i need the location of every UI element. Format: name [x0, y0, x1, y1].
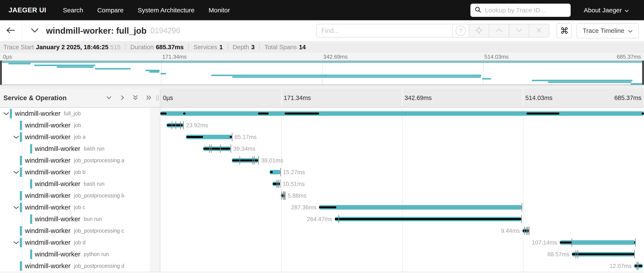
span-name-cell[interactable]: windmill-workerjob d [25, 237, 86, 248]
span-bar[interactable] [166, 123, 184, 128]
log-tick [634, 250, 635, 258]
span-bar-row[interactable]: 5.88ms [160, 190, 644, 202]
nav-item-search[interactable]: Search [63, 6, 83, 14]
clear-find-button[interactable] [529, 24, 549, 38]
span-name-cell[interactable]: windmill-workerjob [25, 120, 81, 131]
span-bar-row[interactable]: 88.57ms [160, 248, 644, 260]
span-name-row[interactable]: windmill-workerjob [0, 120, 160, 131]
span-bar[interactable] [634, 264, 643, 268]
span-name-cell[interactable]: windmill-workerjob_postprocessing c [25, 225, 124, 237]
log-tick [635, 238, 636, 247]
trace-minimap[interactable] [0, 60, 644, 85]
span-name-cell[interactable]: windmill-workerfull_job [15, 108, 81, 120]
span-bar-row[interactable] [160, 108, 644, 120]
span-name-cell[interactable]: windmill-workerjob b [25, 166, 86, 178]
span-name-cell[interactable]: windmill-workerjob_postprocessing d [25, 260, 124, 272]
expand-chevron-icon[interactable] [13, 241, 20, 246]
span-name-row[interactable]: windmill-workerpython run [0, 248, 160, 260]
nav-item-system-architecture[interactable]: System Architecture [138, 6, 194, 14]
service-name: windmill-worker [25, 133, 70, 141]
focus-span-button[interactable] [469, 24, 489, 38]
span-bar[interactable] [335, 217, 522, 221]
expand-chevron-icon[interactable] [13, 206, 20, 210]
span-bar[interactable] [572, 252, 634, 256]
span-name-row[interactable]: windmill-workerjob b [0, 166, 160, 178]
span-name-cell[interactable]: windmill-workerjob_postprocessing a [25, 154, 124, 166]
collapse-all-icon[interactable] [132, 94, 139, 102]
expand-all-icon[interactable] [145, 94, 152, 102]
app-logo[interactable]: JAEGER UI [8, 6, 46, 14]
trace-toolbar: ? ⌘ [316, 23, 639, 38]
span-name-row[interactable]: windmill-workerjob_postprocessing b [0, 190, 160, 202]
minimap-right-handle[interactable] [642, 61, 644, 85]
span-bar-row[interactable]: 65.17ms [160, 131, 644, 143]
span-bar-row[interactable]: 39.34ms [160, 143, 644, 154]
span-name-cell[interactable]: windmill-workerbash run [35, 178, 104, 190]
span-bar-row[interactable]: 9.44ms [160, 225, 644, 237]
span-bar[interactable] [160, 111, 644, 116]
service-name: windmill-worker [25, 227, 70, 235]
span-bar-row[interactable]: 107.14ms [160, 237, 644, 248]
span-bar[interactable] [272, 182, 280, 186]
span-name-row[interactable]: windmill-workerjob a [0, 131, 160, 143]
span-name-row[interactable]: windmill-workerjob_postprocessing c [0, 225, 160, 237]
span-name-row[interactable]: windmill-workerfull_job [0, 108, 160, 120]
expand-chevron-icon[interactable] [3, 112, 10, 116]
minimap-tick-labels: 0µs 171.34ms 342.69ms 514.03ms 685.37ms [0, 53, 644, 60]
span-bar-row[interactable]: 15.27ms [160, 166, 644, 178]
span-bar-row[interactable]: 23.92ms [160, 120, 644, 131]
span-name-cell[interactable]: windmill-workerbash run [35, 143, 104, 154]
span-name-row[interactable]: windmill-workerbash run [0, 178, 160, 190]
about-jaeger-menu[interactable]: About Jaeger [584, 6, 629, 14]
expand-one-icon[interactable] [118, 94, 126, 102]
span-name-row[interactable]: windmill-workerbun run [0, 213, 160, 225]
next-result-button[interactable] [509, 24, 529, 38]
service-name: windmill-worker [25, 239, 70, 246]
span-bar-row[interactable]: 38.01ms [160, 154, 644, 166]
total-spans-value: 14 [299, 44, 306, 51]
span-name-cell[interactable]: windmill-workerpython run [35, 248, 109, 260]
keyboard-shortcuts-button[interactable]: ⌘ [556, 23, 572, 38]
prev-result-button[interactable] [489, 24, 509, 38]
span-name-cell[interactable]: windmill-workerjob_postprocessing b [25, 190, 124, 202]
find-help-button[interactable]: ? [452, 24, 469, 38]
span-name-row[interactable]: windmill-workerbash run [0, 143, 160, 154]
minimap-left-handle[interactable] [0, 61, 2, 85]
span-bar-row[interactable]: 10.51ms [160, 178, 644, 190]
span-bar[interactable] [186, 135, 232, 139]
tick-label: 171.34ms [162, 54, 186, 60]
service-name: windmill-worker [35, 180, 80, 188]
span-name-row[interactable]: windmill-workerjob_postprocessing d [0, 260, 160, 272]
indent-guide [22, 131, 22, 143]
span-name-row[interactable]: windmill-workerjob d [0, 237, 160, 248]
duration-label: 65.17ms [234, 134, 257, 140]
span-name-row[interactable]: windmill-workerjob_postprocessing a [0, 154, 160, 166]
span-name-cell[interactable]: windmill-workerbun run [35, 213, 102, 225]
trace-id-input[interactable] [484, 6, 566, 14]
section-gap [0, 85, 644, 89]
span-color-accent [30, 250, 32, 259]
collapse-one-icon[interactable] [105, 94, 113, 102]
trace-id-lookup[interactable] [470, 4, 571, 17]
span-name-cell[interactable]: windmill-workerjob c [25, 202, 85, 213]
duration-label: Duration [130, 44, 154, 51]
span-bar[interactable] [203, 146, 231, 151]
back-button[interactable] [0, 20, 22, 41]
nav-item-compare[interactable]: Compare [97, 6, 124, 14]
span-bar-row[interactable]: 287.36ms [160, 202, 644, 213]
span-name-cell[interactable]: windmill-workerjob a [25, 131, 86, 143]
span-bar[interactable] [270, 170, 280, 174]
span-name-row[interactable]: windmill-workerjob c [0, 202, 160, 213]
trace-collapse-toggle[interactable] [30, 28, 39, 34]
column-resize-handle[interactable] [156, 95, 159, 101]
span-bar-row[interactable]: 264.47ms [160, 213, 644, 225]
trace-view-selector[interactable]: Trace Timeline [576, 23, 639, 38]
expand-chevron-icon[interactable] [13, 170, 20, 175]
nav-item-monitor[interactable]: Monitor [208, 6, 230, 14]
question-mark-icon: ? [456, 26, 466, 36]
span-bar[interactable] [560, 240, 636, 245]
span-bar[interactable] [319, 205, 522, 210]
find-input[interactable] [316, 24, 452, 38]
expand-chevron-icon[interactable] [13, 136, 20, 140]
span-bar-row[interactable]: 12.07ms [160, 260, 644, 272]
